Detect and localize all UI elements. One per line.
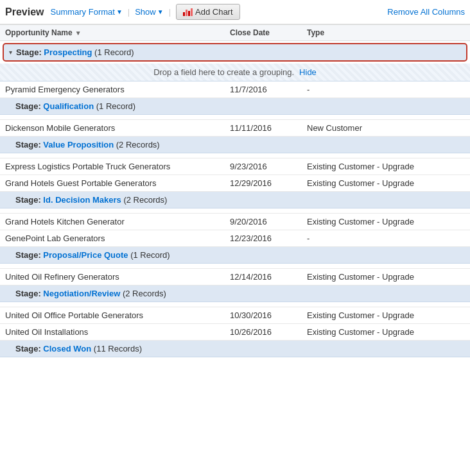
cell-type: - [302,85,470,94]
col-header-opportunity-name[interactable]: Opportunity Name ▼ [0,28,225,37]
stage-label-negotiation-review: Stage: Negotiation/Review (2 Records) [15,289,166,298]
summary-format-button[interactable]: Summary Format ▼ [50,7,122,17]
table-row: Express Logistics Portable Truck Generat… [0,158,470,175]
spacer-row [0,264,470,269]
show-label: Show [135,7,156,17]
cell-opp-name: United Oil Refinery Generators [0,272,225,282]
spacer-row [0,208,470,214]
cell-opp-name: Grand Hotels Guest Portable Generators [0,178,225,188]
stage-row-value-proposition[interactable]: Stage: Value Proposition (2 Records) [0,137,470,153]
cell-opp-name: United Oil Installations [0,327,225,337]
cell-opp-name: Grand Hotels Kitchen Generator [0,217,225,226]
add-chart-button[interactable]: Add Chart [176,4,240,20]
table-row: Grand Hotels Kitchen Generator 9/20/2016… [0,214,470,230]
cell-close-date: 10/30/2016 [225,310,302,320]
table-row: United Oil Office Portable Generators 10… [0,307,470,324]
stage-label-id-decision-makers: Stage: Id. Decision Makers (2 Records) [15,195,167,205]
table-row: United Oil Installations 10/26/2016 Exis… [0,324,470,341]
cell-close-date: 12/14/2016 [225,272,302,282]
stage-row-prospecting[interactable]: ▾ Stage: Prospecting (1 Record) [4,44,466,60]
table-row: Dickenson Mobile Generators 11/11/2016 N… [0,120,470,137]
drop-zone-hide-link[interactable]: Hide [299,67,317,77]
stage-label-prospecting: Stage: Prospecting (1 Record) [16,47,134,57]
cell-type: New Customer [302,123,470,133]
stage-row-proposal-price-quote[interactable]: Stage: Proposal/Price Quote (1 Record) [0,247,470,264]
cell-close-date: 12/23/2016 [225,234,302,243]
sort-arrow-icon[interactable]: ▼ [75,30,82,37]
cell-type: Existing Customer - Upgrade [302,327,470,337]
table-row: Grand Hotels Guest Portable Generators 1… [0,175,470,192]
separator-2: | [169,7,171,17]
cell-opp-name: GenePoint Lab Generators [0,234,225,243]
cell-close-date: 9/20/2016 [225,217,302,226]
cell-type: - [302,234,470,243]
cell-type: Existing Customer - Upgrade [302,310,470,320]
cell-close-date: 11/11/2016 [225,123,302,133]
summary-format-arrow-icon: ▼ [116,8,123,15]
cell-opp-name: Dickenson Mobile Generators [0,123,225,133]
bar-chart-icon [183,8,193,16]
spacer-row [0,302,470,307]
cell-close-date: 12/29/2016 [225,178,302,188]
col-header-close-date[interactable]: Close Date [225,28,302,37]
stage-row-qualification[interactable]: Stage: Qualification (1 Record) [0,98,470,115]
col-header-type: Type [302,28,470,37]
preview-title: Preview [5,6,44,18]
spacer-row [0,153,470,158]
cell-type: Existing Customer - Upgrade [302,217,470,226]
stage-label-value-proposition: Stage: Value Proposition (2 Records) [15,140,160,149]
stage-row-prospecting-highlighted: ▾ Stage: Prospecting (1 Record) [3,43,467,62]
toolbar: Preview Summary Format ▼ | Show ▼ | Add … [0,0,470,24]
stage-row-negotiation-review[interactable]: Stage: Negotiation/Review (2 Records) [0,285,470,302]
stage-label-closed-won: Stage: Closed Won (11 Records) [15,344,142,353]
stage-label-qualification: Stage: Qualification (1 Record) [15,101,135,111]
data-table: ▾ Stage: Prospecting (1 Record) Drop a f… [0,43,470,357]
stage-row-id-decision-makers[interactable]: Stage: Id. Decision Makers (2 Records) [0,192,470,208]
collapse-arrow-icon[interactable]: ▾ [9,49,12,56]
cell-close-date: 11/7/2016 [225,85,302,94]
table-row: Pyramid Emergency Generators 11/7/2016 - [0,81,470,98]
cell-type: Existing Customer - Upgrade [302,178,470,188]
show-button[interactable]: Show ▼ [135,7,163,17]
cell-type: Existing Customer - Upgrade [302,272,470,282]
drop-zone-row: Drop a field here to create a grouping. … [0,64,470,81]
add-chart-label: Add Chart [195,7,233,17]
remove-all-columns-link[interactable]: Remove All Columns [387,7,465,17]
summary-format-label: Summary Format [50,7,114,17]
cell-opp-name: Pyramid Emergency Generators [0,85,225,94]
show-arrow-icon: ▼ [157,8,164,15]
stage-label-proposal-price-quote: Stage: Proposal/Price Quote (1 Record) [15,250,170,260]
stage-row-closed-won[interactable]: Stage: Closed Won (11 Records) [0,341,470,357]
spacer-row [0,115,470,120]
cell-close-date: 10/26/2016 [225,327,302,337]
cell-close-date: 9/23/2016 [225,162,302,171]
table-row: GenePoint Lab Generators 12/23/2016 - [0,230,470,247]
drop-zone-text: Drop a field here to create a grouping. [153,67,294,77]
column-header-row: Opportunity Name ▼ Close Date Type [0,24,470,41]
cell-opp-name: Express Logistics Portable Truck Generat… [0,162,225,171]
cell-opp-name: United Oil Office Portable Generators [0,310,225,320]
separator-1: | [128,7,130,17]
cell-type: Existing Customer - Upgrade [302,162,470,171]
table-row: United Oil Refinery Generators 12/14/201… [0,269,470,285]
